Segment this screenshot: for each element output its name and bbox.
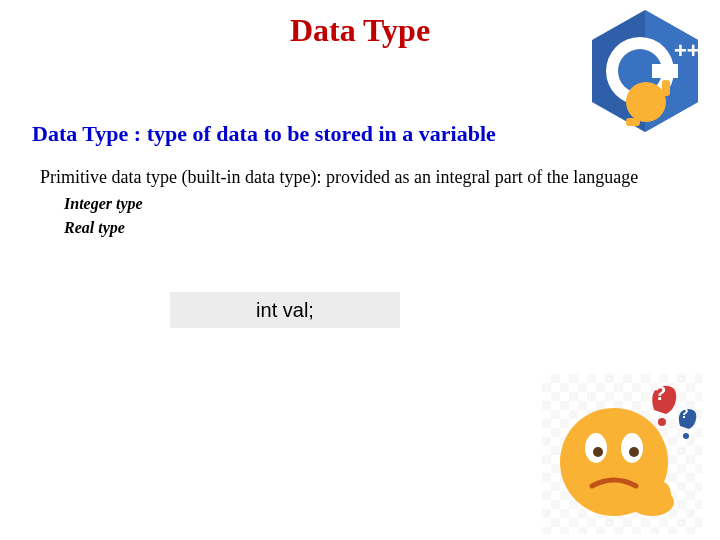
sub-item-real: Real type bbox=[64, 219, 720, 237]
code-example-box: int val; bbox=[170, 292, 400, 328]
svg-point-15 bbox=[658, 418, 666, 426]
svg-point-16 bbox=[683, 433, 689, 439]
cpp-logo-icon: ++ bbox=[580, 6, 710, 136]
svg-rect-7 bbox=[662, 80, 670, 96]
svg-rect-6 bbox=[626, 118, 640, 126]
svg-point-5 bbox=[626, 82, 666, 122]
sub-item-integer: Integer type bbox=[64, 195, 720, 213]
question-mark-1: ? bbox=[654, 382, 666, 404]
svg-point-14 bbox=[653, 482, 671, 506]
body-text: Primitive data type (built-in data type)… bbox=[40, 165, 680, 189]
thinking-emoji-icon: ? ? bbox=[542, 374, 702, 534]
svg-rect-4 bbox=[652, 64, 678, 78]
svg-point-10 bbox=[593, 447, 603, 457]
cpp-badge-text: ++ bbox=[674, 38, 700, 63]
svg-point-12 bbox=[629, 447, 639, 457]
question-mark-2: ? bbox=[680, 405, 689, 421]
